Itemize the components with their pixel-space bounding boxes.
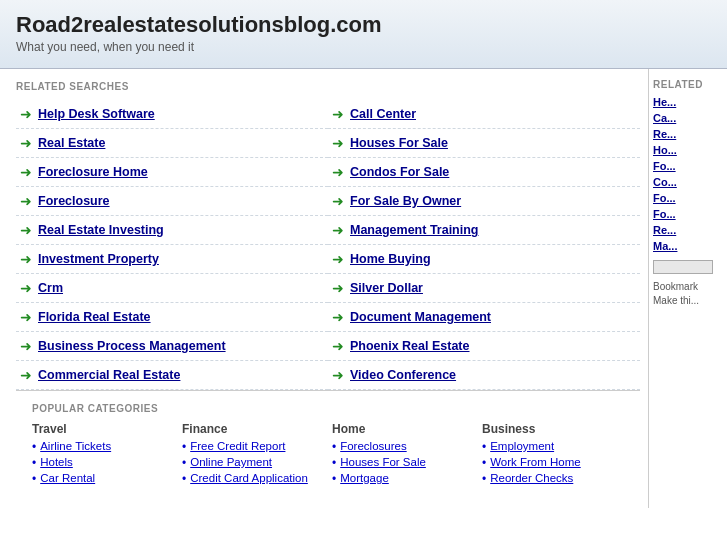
- arrow-icon: ➜: [332, 164, 344, 180]
- link-document-management[interactable]: Document Management: [350, 310, 491, 324]
- related-right-label: RELATED: [653, 79, 723, 90]
- link-foreclosure[interactable]: Foreclosure: [38, 194, 110, 208]
- arrow-icon: ➜: [20, 338, 32, 354]
- link-real-estate[interactable]: Real Estate: [38, 136, 105, 150]
- link-employment[interactable]: Employment: [490, 440, 554, 452]
- list-item: ➜ Call Center: [328, 100, 640, 129]
- arrow-icon: ➜: [20, 164, 32, 180]
- category-finance-title: Finance: [182, 422, 324, 436]
- arrow-icon: ➜: [332, 338, 344, 354]
- arrow-icon: ➜: [332, 106, 344, 122]
- related-link-4[interactable]: Ho...: [653, 144, 723, 156]
- category-business: Business Employment Work From Home Reord…: [482, 422, 624, 488]
- list-item: ➜ Investment Property: [16, 245, 328, 274]
- arrow-icon: ➜: [20, 280, 32, 296]
- list-item: ➜ For Sale By Owner: [328, 187, 640, 216]
- category-finance: Finance Free Credit Report Online Paymen…: [182, 422, 324, 488]
- link-houses-for-sale[interactable]: Houses For Sale: [350, 136, 448, 150]
- related-link-1[interactable]: He...: [653, 96, 723, 108]
- link-reorder-checks[interactable]: Reorder Checks: [490, 472, 573, 484]
- link-florida-real-estate[interactable]: Florida Real Estate: [38, 310, 151, 324]
- list-item: ➜ Crm: [16, 274, 328, 303]
- link-home-buying[interactable]: Home Buying: [350, 252, 431, 266]
- content-area: RELATED SEARCHES ➜ Help Desk Software ➜ …: [0, 69, 649, 508]
- site-title: Road2realestatesolutionsblog.com: [16, 12, 711, 38]
- category-travel: Travel Airline Tickets Hotels Car Rental: [32, 422, 174, 488]
- related-link-8[interactable]: Fo...: [653, 208, 723, 220]
- link-business-process-management[interactable]: Business Process Management: [38, 339, 226, 353]
- link-work-from-home[interactable]: Work From Home: [490, 456, 581, 468]
- popular-section: POPULAR CATEGORIES Travel Airline Ticket…: [16, 390, 640, 498]
- link-credit-card-application[interactable]: Credit Card Application: [190, 472, 308, 484]
- list-item: ➜ Phoenix Real Estate: [328, 332, 640, 361]
- link-call-center[interactable]: Call Center: [350, 107, 416, 121]
- link-houses-for-sale-popular[interactable]: Houses For Sale: [340, 456, 426, 468]
- arrow-icon: ➜: [332, 251, 344, 267]
- link-mortgage[interactable]: Mortgage: [340, 472, 389, 484]
- popular-categories-label: POPULAR CATEGORIES: [32, 403, 624, 414]
- arrow-icon: ➜: [332, 309, 344, 325]
- links-left-col: ➜ Help Desk Software ➜ Real Estate ➜ For…: [16, 100, 328, 390]
- related-searches-label: RELATED SEARCHES: [16, 81, 640, 92]
- link-silver-dollar[interactable]: Silver Dollar: [350, 281, 423, 295]
- arrow-icon: ➜: [20, 251, 32, 267]
- bookmark-area: BookmarkMake thi...: [653, 280, 723, 308]
- link-commercial-real-estate[interactable]: Commercial Real Estate: [38, 368, 180, 382]
- link-free-credit-report[interactable]: Free Credit Report: [190, 440, 285, 452]
- related-link-9[interactable]: Re...: [653, 224, 723, 236]
- link-management-training[interactable]: Management Training: [350, 223, 479, 237]
- arrow-icon: ➜: [20, 367, 32, 383]
- list-item: ➜ Condos For Sale: [328, 158, 640, 187]
- link-foreclosure-home[interactable]: Foreclosure Home: [38, 165, 148, 179]
- category-home: Home Foreclosures Houses For Sale Mortga…: [332, 422, 474, 488]
- category-business-title: Business: [482, 422, 624, 436]
- arrow-icon: ➜: [20, 309, 32, 325]
- popular-grid: Travel Airline Tickets Hotels Car Rental…: [32, 422, 624, 488]
- list-item: ➜ Real Estate: [16, 129, 328, 158]
- scrollbar[interactable]: [653, 260, 713, 274]
- related-link-7[interactable]: Fo...: [653, 192, 723, 204]
- related-link-6[interactable]: Co...: [653, 176, 723, 188]
- list-item: ➜ Home Buying: [328, 245, 640, 274]
- list-item: ➜ Silver Dollar: [328, 274, 640, 303]
- category-travel-title: Travel: [32, 422, 174, 436]
- related-link-2[interactable]: Ca...: [653, 112, 723, 124]
- related-link-5[interactable]: Fo...: [653, 160, 723, 172]
- arrow-icon: ➜: [332, 222, 344, 238]
- arrow-icon: ➜: [332, 367, 344, 383]
- list-item: ➜ Foreclosure: [16, 187, 328, 216]
- arrow-icon: ➜: [332, 135, 344, 151]
- link-condos-for-sale[interactable]: Condos For Sale: [350, 165, 449, 179]
- link-airline-tickets[interactable]: Airline Tickets: [40, 440, 111, 452]
- arrow-icon: ➜: [20, 193, 32, 209]
- link-investment-property[interactable]: Investment Property: [38, 252, 159, 266]
- list-item: ➜ Help Desk Software: [16, 100, 328, 129]
- arrow-icon: ➜: [20, 135, 32, 151]
- link-real-estate-investing[interactable]: Real Estate Investing: [38, 223, 164, 237]
- list-item: ➜ Commercial Real Estate: [16, 361, 328, 390]
- list-item: ➜ Video Conference: [328, 361, 640, 390]
- arrow-icon: ➜: [332, 193, 344, 209]
- link-car-rental[interactable]: Car Rental: [40, 472, 95, 484]
- link-for-sale-by-owner[interactable]: For Sale By Owner: [350, 194, 461, 208]
- link-online-payment[interactable]: Online Payment: [190, 456, 272, 468]
- links-right-col: ➜ Call Center ➜ Houses For Sale ➜ Condos…: [328, 100, 640, 390]
- list-item: ➜ Florida Real Estate: [16, 303, 328, 332]
- related-link-3[interactable]: Re...: [653, 128, 723, 140]
- link-phoenix-real-estate[interactable]: Phoenix Real Estate: [350, 339, 470, 353]
- arrow-icon: ➜: [20, 222, 32, 238]
- arrow-icon: ➜: [20, 106, 32, 122]
- list-item: ➜ Business Process Management: [16, 332, 328, 361]
- list-item: ➜ Foreclosure Home: [16, 158, 328, 187]
- link-crm[interactable]: Crm: [38, 281, 63, 295]
- related-link-10[interactable]: Ma...: [653, 240, 723, 252]
- right-panel: RELATED He... Ca... Re... Ho... Fo... Co…: [649, 69, 727, 508]
- arrow-icon: ➜: [332, 280, 344, 296]
- list-item: ➜ Real Estate Investing: [16, 216, 328, 245]
- header: Road2realestatesolutionsblog.com What yo…: [0, 0, 727, 69]
- list-item: ➜ Management Training: [328, 216, 640, 245]
- link-help-desk-software[interactable]: Help Desk Software: [38, 107, 155, 121]
- link-foreclosures[interactable]: Foreclosures: [340, 440, 406, 452]
- link-hotels[interactable]: Hotels: [40, 456, 73, 468]
- link-video-conference[interactable]: Video Conference: [350, 368, 456, 382]
